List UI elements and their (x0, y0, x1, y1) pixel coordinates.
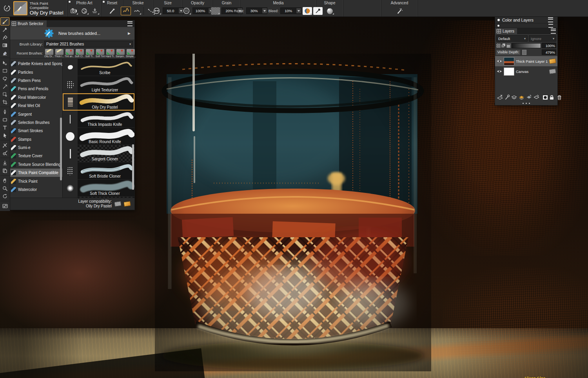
variant-partial[interactable] (63, 197, 134, 198)
variant-light-texturizer[interactable]: Light Texturizer (63, 76, 134, 93)
category-real-watercolor[interactable]: Real Watercolor (10, 93, 62, 102)
selection-adjuster-tool[interactable] (1, 90, 9, 98)
layer-opacity-value[interactable]: 100% (542, 43, 556, 48)
visible-depth-value[interactable]: 479% (542, 49, 556, 55)
recent-brush[interactable]: Tint an... (65, 49, 74, 58)
dropper-tool[interactable] (1, 25, 9, 33)
blend-mode-select[interactable]: Default ▾ (496, 35, 528, 42)
drop-point-tool[interactable] (1, 159, 9, 167)
layer-mask-icon[interactable] (543, 95, 548, 100)
brush-preview-group[interactable]: Thick Paint Compatible Oily Dry Pastel (0, 0, 67, 16)
variant-oily-dry-pastel[interactable]: Oily Dry Pastel (63, 93, 134, 111)
layers-menu-icon[interactable] (551, 29, 556, 34)
new-layer-from-visible-icon[interactable] (511, 94, 517, 100)
recent-brush[interactable]: Hard Ti... (105, 49, 115, 58)
layer-opacity-slider[interactable] (512, 43, 541, 48)
rect-select-tool[interactable] (1, 67, 9, 75)
panel-menu-icon[interactable] (548, 17, 553, 22)
category-selection-brushes[interactable]: Selection Brushes (10, 118, 62, 127)
brush-selector-header[interactable]: Brush Selector (10, 20, 134, 27)
layer-visibility-eye-icon[interactable] (497, 69, 502, 73)
opacity-icon[interactable] (182, 7, 191, 15)
clone-page-tool[interactable] (1, 167, 9, 174)
auto-painting-button[interactable] (69, 7, 78, 15)
dab-shape-button[interactable] (325, 7, 334, 15)
text-tool[interactable] (1, 124, 9, 131)
new-thick-paint-layer-icon[interactable] (519, 94, 524, 100)
layer-visibility-eye-icon[interactable] (497, 59, 502, 63)
layer-adjuster-tool[interactable] (1, 59, 9, 67)
collapsed-panel-menu-icon[interactable] (548, 24, 553, 28)
rect-shape-tool[interactable] (1, 116, 9, 124)
variant-sargent-cloner[interactable]: Sargent Cloner (63, 145, 134, 162)
variant-basic-round-knife[interactable]: Basic Round Knife (63, 128, 134, 145)
visible-depth-slider[interactable] (522, 50, 526, 55)
eraser-tool[interactable] (1, 49, 9, 57)
variant-scrollbar[interactable] (132, 144, 134, 190)
brush-selector-tab[interactable]: Brush Selector (10, 20, 47, 27)
grain-swatch[interactable] (211, 7, 220, 15)
recent-brush[interactable]: Soft Tint (95, 49, 105, 58)
bleed-spinner[interactable]: 10% (280, 7, 301, 14)
category-pattern-pens[interactable]: Pattern Pens (10, 76, 62, 85)
grabber-hand-tool[interactable] (1, 176, 9, 184)
panel-resize-dots[interactable] (495, 102, 557, 105)
media-color-button[interactable] (303, 7, 312, 15)
new-brushes-expand-icon[interactable]: ▶ (128, 31, 131, 35)
variant-thick-impasto-knife[interactable]: Thick Impasto Knife (63, 111, 134, 128)
layer-thumbnail[interactable] (504, 57, 514, 65)
restore-detail-button[interactable] (90, 7, 100, 15)
variant-soft-thick-cloner[interactable]: Soft Thick Cloner (63, 180, 134, 197)
resat-spinner[interactable]: 30% (246, 7, 267, 14)
category-pens-and-pencils[interactable]: Pens and Pencils (10, 85, 62, 93)
layer-thumbnail[interactable] (504, 67, 514, 76)
recent-brush[interactable]: Thick I... (54, 49, 64, 58)
category-sumi-e[interactable]: Sumi-e (10, 144, 62, 152)
shape-select-tool[interactable] (1, 131, 9, 139)
layers-tab[interactable]: Layers (495, 28, 517, 34)
new-watercolor-layer-icon[interactable] (526, 94, 532, 100)
pen-tool[interactable] (1, 108, 9, 116)
lasso-tool[interactable] (1, 75, 9, 82)
reset-tool-button[interactable] (107, 7, 117, 15)
category-scrollbar[interactable] (60, 118, 62, 180)
layer-list-empty-area[interactable] (495, 76, 557, 93)
paint-bucket-tool[interactable] (1, 33, 9, 41)
pick-up-underlying-icon[interactable] (501, 44, 506, 48)
recent-brush[interactable]: Soft Cl... (75, 49, 85, 58)
current-brush-thumbnail[interactable] (13, 1, 27, 15)
category-texture-source-blending[interactable]: Texture Source Blending (10, 160, 62, 169)
category-sargent[interactable]: Sargent (10, 110, 62, 118)
underpainting-button[interactable] (80, 7, 89, 15)
delete-layer-trash-icon[interactable] (557, 95, 562, 100)
new-liquid-ink-layer-icon[interactable] (534, 94, 539, 100)
gradient-tool[interactable] (1, 41, 9, 49)
recent-brush[interactable]: Sargen... (116, 49, 125, 58)
recent-brush[interactable]: Simple... (126, 49, 136, 58)
composite-depth-select[interactable]: Ignore ▾ (529, 35, 556, 42)
bleed-dropdown-button[interactable] (296, 8, 301, 13)
category-watercolor[interactable]: Watercolor (10, 185, 62, 194)
variant-soft-bristle-cloner[interactable]: Soft Bristle Cloner (63, 162, 134, 180)
brush-tool[interactable] (0, 17, 9, 25)
brush-reset-icon[interactable] (3, 4, 11, 13)
layer-row-canvas[interactable]: Canvas (495, 66, 557, 76)
brush-selector-menu-icon[interactable] (127, 21, 132, 26)
freehand-stroke-button[interactable] (121, 7, 131, 15)
resat-dropdown-button[interactable] (262, 8, 267, 13)
new-layer-icon[interactable] (497, 94, 503, 100)
duplicate-layer-icon[interactable] (506, 44, 511, 48)
straight-stroke-button[interactable] (132, 7, 142, 15)
cloner-sampler-tool[interactable] (1, 149, 9, 157)
dynamic-plugin-icon[interactable] (505, 94, 510, 100)
collapsed-color-bar[interactable] (495, 23, 557, 28)
magnifier-tool[interactable] (1, 184, 9, 192)
category-thick-paint[interactable]: Thick Paint (10, 177, 62, 185)
category-particles[interactable]: Particles (10, 68, 62, 76)
category-stamps[interactable]: Stamps (10, 135, 62, 144)
preserve-transparency-icon[interactable] (496, 44, 501, 48)
shape-edit-tool[interactable] (1, 141, 9, 149)
color-layers-header[interactable]: Color and Layers (495, 16, 557, 23)
new-brushes-banner[interactable]: New brushes added... ▶ (10, 27, 134, 40)
rotate-page-tool[interactable] (1, 192, 9, 200)
